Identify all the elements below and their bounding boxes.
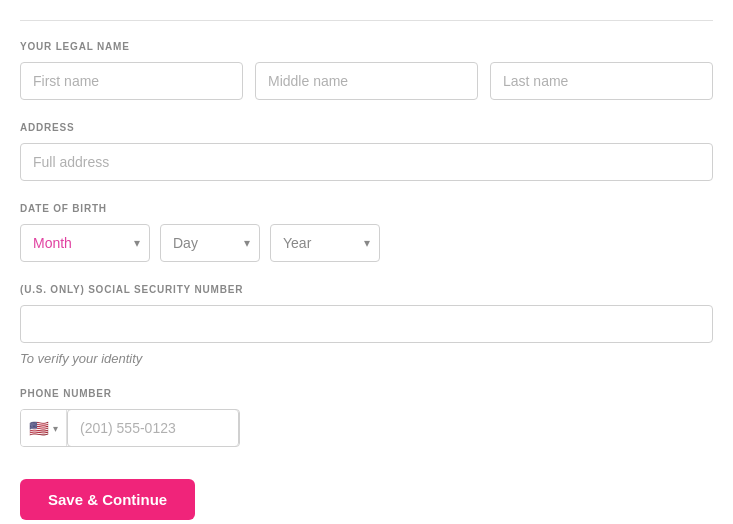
phone-flag-selector[interactable]: 🇺🇸 ▾ [21,410,67,446]
address-label: ADDRESS [20,122,713,133]
top-divider [20,20,713,21]
phone-section: PHONE NUMBER 🇺🇸 ▾ [20,388,713,447]
dob-label: DATE OF BIRTH [20,203,713,214]
phone-row: 🇺🇸 ▾ [20,409,240,447]
legal-name-label: YOUR LEGAL NAME [20,41,713,52]
first-name-input[interactable] [20,62,243,100]
month-select[interactable]: Month January February March April May J… [20,224,150,262]
us-flag-icon: 🇺🇸 [29,419,49,438]
name-row [20,62,713,100]
ssn-label: (U.S. ONLY) SOCIAL SECURITY NUMBER [20,284,713,295]
year-select[interactable]: Year for(let y=new Date().getFullYear();… [270,224,380,262]
month-select-wrapper: Month January February March April May J… [20,224,150,262]
phone-input[interactable] [67,409,239,447]
save-continue-button[interactable]: Save & Continue [20,479,195,520]
dob-section: DATE OF BIRTH Month January February Mar… [20,203,713,262]
day-select-wrapper: Day for(let i=1;i<=31;i++) document.writ… [160,224,260,262]
address-input[interactable] [20,143,713,181]
dob-row: Month January February March April May J… [20,224,713,262]
phone-label: PHONE NUMBER [20,388,713,399]
last-name-input[interactable] [490,62,713,100]
day-select[interactable]: Day for(let i=1;i<=31;i++) document.writ… [160,224,260,262]
address-section: ADDRESS [20,122,713,181]
ssn-input[interactable] [20,305,713,343]
ssn-section: (U.S. ONLY) SOCIAL SECURITY NUMBER To ve… [20,284,713,366]
ssn-hint: To verify your identity [20,351,713,366]
legal-name-section: YOUR LEGAL NAME [20,41,713,100]
flag-chevron-icon: ▾ [53,423,58,434]
year-select-wrapper: Year for(let y=new Date().getFullYear();… [270,224,380,262]
middle-name-input[interactable] [255,62,478,100]
